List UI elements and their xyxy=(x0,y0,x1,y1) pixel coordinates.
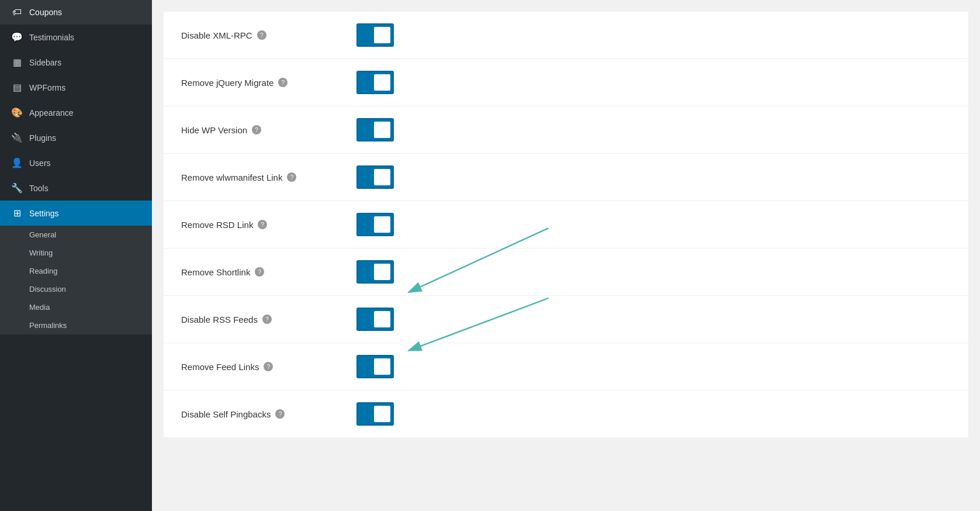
wpforms-icon: ▤ xyxy=(11,82,23,93)
toggle-knob-remove-jquery-migrate xyxy=(374,74,390,91)
toggle-hide-wp-version[interactable] xyxy=(356,118,394,141)
help-icon-remove-rsd-link[interactable]: ? xyxy=(258,220,267,229)
settings-label-disable-rss-feeds: Disable RSS Feeds? xyxy=(181,315,345,324)
users-icon: 👤 xyxy=(11,157,23,168)
settings-label-remove-wlwmanifest-link: Remove wlwmanifest Link? xyxy=(181,172,345,182)
sidebar-item-label: Testimonials xyxy=(29,33,74,42)
sidebar-item-label: Appearance xyxy=(29,108,74,118)
settings-label-remove-shortlink: Remove Shortlink? xyxy=(181,267,345,277)
toggle-knob-remove-rsd-link xyxy=(374,216,390,233)
settings-label-disable-self-pingbacks: Disable Self Pingbacks? xyxy=(181,409,345,419)
coupons-icon: 🏷 xyxy=(11,7,23,18)
toggle-wrapper-remove-rsd-link xyxy=(356,213,394,236)
toggle-knob-disable-rss-feeds xyxy=(374,311,390,327)
toggle-knob-remove-shortlink xyxy=(374,264,390,280)
toggle-disable-rss-feeds[interactable] xyxy=(356,308,394,331)
label-text: Remove RSD Link xyxy=(181,220,253,230)
help-icon-hide-wp-version[interactable]: ? xyxy=(252,125,261,134)
sidebar-item-sidebars[interactable]: ▦Sidebars xyxy=(0,50,152,75)
label-text: Remove jQuery Migrate xyxy=(181,78,273,88)
toggle-disable-xml-rpc[interactable] xyxy=(356,23,394,47)
toggle-knob-disable-xml-rpc xyxy=(374,27,390,43)
sidebar-item-wpforms[interactable]: ▤WPForms xyxy=(0,75,152,100)
toggle-wrapper-disable-self-pingbacks xyxy=(356,402,394,426)
label-text: Disable Self Pingbacks xyxy=(181,409,271,419)
settings-label-disable-xml-rpc: Disable XML-RPC? xyxy=(181,30,345,40)
sidebar-item-label: Users xyxy=(29,158,51,168)
toggle-knob-disable-self-pingbacks xyxy=(374,406,390,422)
help-icon-remove-wlwmanifest-link[interactable]: ? xyxy=(287,172,296,182)
toggle-knob-remove-feed-links xyxy=(374,358,390,375)
toggle-wrapper-disable-xml-rpc xyxy=(356,23,394,47)
settings-row-remove-jquery-migrate: Remove jQuery Migrate? xyxy=(164,59,968,106)
settings-row-remove-rsd-link: Remove RSD Link? xyxy=(164,201,968,248)
help-icon-disable-self-pingbacks[interactable]: ? xyxy=(275,409,285,419)
help-icon-disable-xml-rpc[interactable]: ? xyxy=(257,30,266,40)
settings-label-remove-jquery-migrate: Remove jQuery Migrate? xyxy=(181,78,345,88)
sidebar-sub-item-writing[interactable]: Writing xyxy=(0,244,152,262)
sidebar-item-appearance[interactable]: 🎨Appearance xyxy=(0,100,152,125)
toggle-knob-hide-wp-version xyxy=(374,122,390,138)
sidebar-sub-item-media[interactable]: Media xyxy=(0,298,152,316)
sidebar-submenu: GeneralWritingReadingDiscussionMediaPerm… xyxy=(0,226,152,334)
sidebar-sub-item-permalinks[interactable]: Permalinks xyxy=(0,316,152,334)
settings-row-disable-xml-rpc: Disable XML-RPC? xyxy=(164,12,968,59)
settings-label-remove-feed-links: Remove Feed Links? xyxy=(181,362,345,372)
settings-table: Disable XML-RPC?Remove jQuery Migrate?Hi… xyxy=(164,12,968,437)
settings-row-remove-wlwmanifest-link: Remove wlwmanifest Link? xyxy=(164,154,968,201)
sidebar-item-label: Sidebars xyxy=(29,58,61,67)
sidebar-sub-item-discussion[interactable]: Discussion xyxy=(0,280,152,298)
help-icon-disable-rss-feeds[interactable]: ? xyxy=(262,315,272,324)
help-icon-remove-feed-links[interactable]: ? xyxy=(264,362,273,371)
toggle-wrapper-hide-wp-version xyxy=(356,118,394,141)
testimonials-icon: 💬 xyxy=(11,32,23,43)
appearance-icon: 🎨 xyxy=(11,107,23,118)
toggle-wrapper-remove-feed-links xyxy=(356,355,394,378)
sidebar-item-label: Coupons xyxy=(29,8,62,17)
label-text: Remove Feed Links xyxy=(181,362,259,372)
help-icon-remove-shortlink[interactable]: ? xyxy=(255,267,264,277)
sidebar-sub-item-reading[interactable]: Reading xyxy=(0,262,152,280)
sidebar-item-label: Settings xyxy=(29,209,59,218)
label-text: Remove wlwmanifest Link xyxy=(181,172,282,182)
help-icon-remove-jquery-migrate[interactable]: ? xyxy=(278,78,288,87)
toggle-disable-self-pingbacks[interactable] xyxy=(356,402,394,426)
label-text: Disable RSS Feeds xyxy=(181,315,258,324)
sidebar-item-label: WPForms xyxy=(29,83,65,92)
sidebars-icon: ▦ xyxy=(11,57,23,68)
sidebar-item-users[interactable]: 👤Users xyxy=(0,150,152,175)
toggle-wrapper-disable-rss-feeds xyxy=(356,308,394,331)
sidebar-sub-item-general[interactable]: General xyxy=(0,226,152,244)
settings-label-remove-rsd-link: Remove RSD Link? xyxy=(181,220,345,230)
toggle-remove-wlwmanifest-link[interactable] xyxy=(356,165,394,189)
settings-row-disable-self-pingbacks: Disable Self Pingbacks? xyxy=(164,391,968,437)
toggle-remove-rsd-link[interactable] xyxy=(356,213,394,236)
sidebar-item-testimonials[interactable]: 💬Testimonials xyxy=(0,25,152,50)
settings-label-hide-wp-version: Hide WP Version? xyxy=(181,125,345,135)
toggle-remove-feed-links[interactable] xyxy=(356,355,394,378)
toggle-wrapper-remove-shortlink xyxy=(356,260,394,284)
sidebar-item-coupons[interactable]: 🏷Coupons xyxy=(0,0,152,25)
toggle-remove-jquery-migrate[interactable] xyxy=(356,71,394,94)
toggle-remove-shortlink[interactable] xyxy=(356,260,394,284)
settings-row-remove-feed-links: Remove Feed Links? xyxy=(164,343,968,391)
tools-icon: 🔧 xyxy=(11,182,23,194)
toggle-knob-remove-wlwmanifest-link xyxy=(374,169,390,185)
plugins-icon: 🔌 xyxy=(11,132,23,143)
settings-row-remove-shortlink: Remove Shortlink? xyxy=(164,248,968,296)
settings-row-disable-rss-feeds: Disable RSS Feeds? xyxy=(164,296,968,343)
sidebar-item-label: Tools xyxy=(29,184,49,193)
settings-icon: ⊞ xyxy=(11,208,23,219)
toggle-wrapper-remove-jquery-migrate xyxy=(356,71,394,94)
toggle-wrapper-remove-wlwmanifest-link xyxy=(356,165,394,189)
sidebar-item-label: Plugins xyxy=(29,133,56,143)
settings-row-hide-wp-version: Hide WP Version? xyxy=(164,106,968,154)
sidebar-item-settings[interactable]: ⊞Settings xyxy=(0,201,152,226)
label-text: Disable XML-RPC xyxy=(181,30,252,40)
sidebar: 🏷Coupons💬Testimonials▦Sidebars▤WPForms🎨A… xyxy=(0,0,152,511)
sidebar-item-plugins[interactable]: 🔌Plugins xyxy=(0,125,152,150)
main-content: Disable XML-RPC?Remove jQuery Migrate?Hi… xyxy=(152,0,980,511)
label-text: Remove Shortlink xyxy=(181,267,250,277)
label-text: Hide WP Version xyxy=(181,125,247,135)
sidebar-item-tools[interactable]: 🔧Tools xyxy=(0,175,152,201)
